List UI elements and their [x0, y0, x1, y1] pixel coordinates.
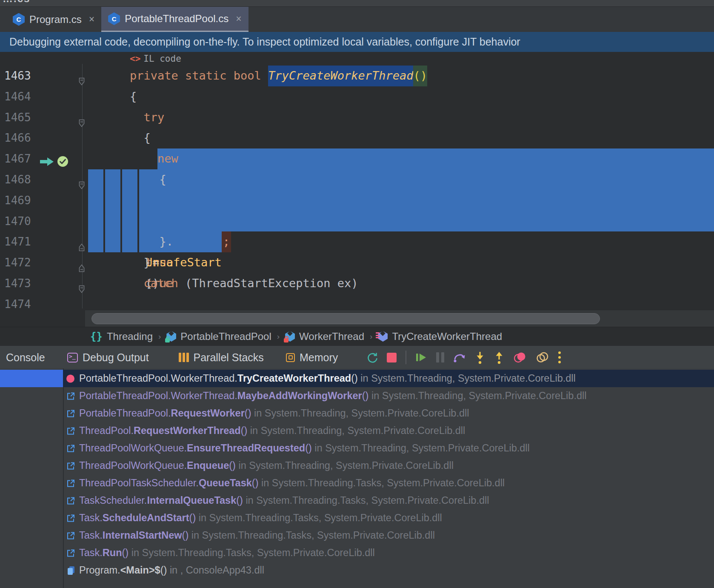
stack-frame-row[interactable]: ThreadPoolWorkQueue.Enqueue() in System.… — [0, 457, 714, 474]
decompile-notification-banner[interactable]: Debugging external code, decompiling on-… — [0, 32, 714, 52]
frame-text: ThreadPoolWorkQueue.Enqueue() in System.… — [79, 457, 454, 474]
line-number: 1470 — [4, 211, 34, 232]
code-line[interactable]: 1468 { — [0, 169, 714, 190]
step-out-button[interactable] — [494, 351, 504, 364]
stack-frame-row[interactable]: PortableThreadPool.RequestWorker() in Sy… — [0, 405, 714, 422]
external-frame-icon — [66, 391, 75, 400]
frame-loc: in System.Threading.Tasks, System.Privat… — [131, 547, 375, 558]
selection-highlight: { — [146, 169, 714, 190]
stack-frame-row[interactable]: ThreadPoolWorkQueue.EnsureThreadRequeste… — [0, 440, 714, 457]
csharp-file-icon: C — [13, 13, 25, 26]
frame-m: Enqueue — [187, 460, 229, 471]
breadcrumb-item-workerthread[interactable]: WorkerThread — [285, 331, 364, 343]
breadcrumb-item-portablethreadpool[interactable]: PortableThreadPool — [166, 331, 271, 343]
view-breakpoints-button[interactable] — [513, 351, 527, 363]
indent-pad — [88, 273, 130, 294]
step-into-button[interactable] — [475, 351, 485, 364]
breadcrumb-item-threading[interactable]: {}Threading — [90, 331, 153, 343]
call-stack-panel: PortableThreadPool.WorkerThread.TryCreat… — [0, 368, 714, 588]
frame-pre: ThreadPoolWorkQueue. — [79, 460, 187, 471]
tab-portablethreadpool-cs[interactable]: C PortableThreadPool.cs × — [101, 7, 248, 32]
code-line[interactable]: 1466 { — [0, 128, 714, 148]
breadcrumb-label: TryCreateWorkerThread — [392, 331, 502, 343]
mute-breakpoints-button[interactable] — [536, 351, 549, 363]
frame-m: TryCreateWorkerThread — [237, 373, 351, 384]
stack-frame-row[interactable]: Task.Run() in System.Threading.Tasks, Sy… — [0, 544, 714, 562]
indent-pad — [88, 128, 130, 148]
stack-frame-row[interactable]: ThreadPool.RequestWorkerThread() in Syst… — [0, 422, 714, 440]
selected-thread-block[interactable] — [0, 370, 63, 387]
breadcrumb-item-trycreateworkerthread[interactable]: TryCreateWorkerThread — [378, 331, 502, 343]
frame-par: () — [245, 408, 254, 419]
code-text: { — [88, 169, 714, 190]
selection-indent-stripes — [88, 231, 146, 252]
stack-frame-row[interactable]: PortableThreadPool.WorkerThread.TryCreat… — [0, 370, 714, 387]
code-line[interactable]: 1463private static bool TryCreateWorkerT… — [0, 66, 714, 86]
scrollbar-thumb[interactable] — [91, 313, 600, 324]
code-line[interactable]: 1473 catch (ThreadStartException ex) — [0, 273, 714, 294]
indent-pad — [88, 107, 130, 128]
tab-parallel-stacks[interactable]: Parallel Stacks — [179, 346, 264, 369]
tab-memory[interactable]: Memory — [286, 346, 338, 369]
frame-par: () — [362, 390, 371, 401]
stack-frame-row[interactable]: TaskScheduler.InternalQueueTask() in Sys… — [0, 492, 714, 509]
frame-loc: in , ConsoleApp43.dll — [170, 565, 264, 576]
indent-pad — [88, 66, 130, 86]
stack-frame-row[interactable]: Program.<Main>$() in , ConsoleApp43.dll — [0, 562, 714, 579]
line-number: 1474 — [4, 294, 34, 315]
method-icon — [378, 331, 388, 342]
code-line[interactable]: 1465 try — [0, 107, 714, 128]
close-icon[interactable]: × — [236, 13, 241, 25]
tab-console[interactable]: Console — [6, 346, 45, 369]
code-token — [146, 211, 714, 232]
code-text: try — [88, 107, 714, 128]
code-text: new Thread(PortableThreadPool.WorkerThre… — [88, 148, 714, 169]
code-token: TryCreateWorkerThread — [268, 66, 413, 86]
code-line[interactable]: 1467 new Thread(PortableThreadPool.Worke… — [0, 148, 714, 169]
frame-loc: in System.Threading.Tasks, System.Privat… — [191, 530, 435, 541]
frame-text: Program.<Main>$() in , ConsoleApp43.dll — [79, 562, 264, 579]
stack-frame-row[interactable]: Task.ScheduleAndStart() in System.Thread… — [0, 509, 714, 527]
il-code-hint[interactable]: <>IL code — [130, 52, 181, 66]
frame-m: InternalStartNew — [103, 530, 182, 541]
rerun-debugger-button[interactable] — [366, 351, 378, 363]
frame-pre: Task. — [79, 547, 103, 558]
close-icon[interactable]: × — [89, 14, 94, 25]
frame-par: () — [305, 442, 314, 454]
stack-frame-row[interactable]: ThreadPoolTaskScheduler.QueueTask() in S… — [0, 474, 714, 492]
frame-loc: in System.Threading.Tasks, System.Privat… — [261, 477, 505, 488]
code-tag-icon: <> — [130, 54, 140, 64]
stack-frame-row[interactable]: PortableThreadPool.WorkerThread.MaybeAdd… — [0, 387, 714, 405]
frame-m: RequestWorker — [171, 408, 245, 419]
frame-pre: Task. — [79, 530, 103, 541]
code-token: new — [157, 148, 714, 169]
frame-m: InternalQueueTask — [147, 495, 236, 506]
step-over-button[interactable] — [453, 352, 466, 363]
frame-loc: in System.Threading, System.Private.Core… — [314, 442, 529, 454]
frame-m: MaybeAddWorkingWorker — [237, 390, 362, 401]
pause-button[interactable] — [436, 352, 444, 363]
more-options-button[interactable] — [558, 351, 561, 363]
code-text: } — [88, 252, 714, 273]
horizontal-scrollbar[interactable] — [85, 310, 714, 327]
indent-pad — [88, 252, 130, 273]
code-line[interactable]: 1472 } — [0, 252, 714, 273]
resume-button[interactable] — [415, 352, 427, 363]
code-line[interactable]: 1470 IsBackground = true — [0, 211, 714, 232]
code-line[interactable]: 1464{ — [0, 86, 714, 107]
stop-button[interactable] — [387, 353, 397, 363]
code-line[interactable]: 1469 IsThreadPoolThread = true, — [0, 190, 714, 211]
code-line[interactable]: 1471 }.UnsafeStart(); — [0, 231, 714, 252]
frame-text: ThreadPoolTaskScheduler.QueueTask() in S… — [79, 474, 505, 492]
stack-frame-row[interactable]: Task.InternalStartNew() in System.Thread… — [0, 527, 714, 544]
tab-debug-output[interactable]: >_ Debug Output — [67, 346, 149, 369]
selection-indent-stripes — [88, 190, 146, 211]
external-frame-icon — [66, 479, 75, 488]
code-token — [146, 190, 714, 211]
source-file-icon — [66, 565, 76, 576]
frame-text: PortableThreadPool.RequestWorker() in Sy… — [79, 405, 469, 422]
tab-program-cs[interactable]: C Program.cs × — [6, 7, 101, 32]
frame-pre: Program. — [79, 565, 120, 576]
breadcrumb-label: PortableThreadPool — [180, 331, 271, 343]
code-editor[interactable]: <>IL code 1463private static bool TryCre… — [0, 52, 714, 327]
